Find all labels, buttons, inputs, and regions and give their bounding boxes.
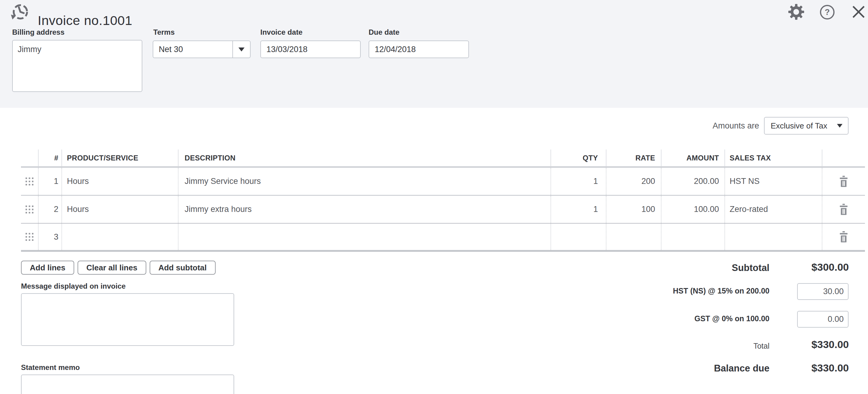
- table-row: 1 Hours Jimmy Service hours 1 200 200.00…: [21, 168, 865, 196]
- header-rate: RATE: [607, 149, 661, 166]
- message-on-invoice-field[interactable]: [21, 293, 234, 346]
- drag-handle-icon[interactable]: [26, 233, 33, 241]
- invoice-date-field[interactable]: [260, 40, 361, 58]
- tax-line-label: GST @ 0% on 100.00: [694, 314, 770, 323]
- invoice-topbar: Invoice no.1001: [0, 0, 868, 108]
- balance-due-value: $330.00: [811, 362, 849, 374]
- message-on-invoice-label: Message displayed on invoice: [21, 282, 126, 290]
- table-header-row: # PRODUCT/SERVICE DESCRIPTION QTY RATE A…: [21, 149, 865, 168]
- row-number: 1: [39, 168, 62, 195]
- tax-line-amount-field[interactable]: [797, 311, 848, 328]
- table-row: 2 Hours Jimmy extra hours 1 100 100.00 Z…: [21, 196, 865, 224]
- header-number: #: [39, 149, 62, 166]
- page-title: Invoice no.1001: [38, 11, 132, 30]
- sales-tax-cell[interactable]: HST NS: [725, 168, 823, 195]
- billing-address-label: Billing address: [12, 28, 64, 36]
- amount-cell[interactable]: 100.00: [661, 196, 725, 223]
- balance-due-label: Balance due: [714, 363, 770, 374]
- product-cell[interactable]: [62, 224, 179, 250]
- line-items-table: # PRODUCT/SERVICE DESCRIPTION QTY RATE A…: [21, 149, 865, 252]
- statement-memo-label: Statement memo: [21, 363, 80, 372]
- amounts-are-value: Exclusive of Tax: [765, 121, 837, 131]
- delete-row-button[interactable]: [839, 204, 848, 215]
- product-cell[interactable]: Hours: [62, 168, 179, 195]
- add-subtotal-button[interactable]: Add subtotal: [150, 261, 216, 275]
- delete-row-button[interactable]: [839, 176, 848, 187]
- qty-cell[interactable]: 1: [551, 196, 607, 223]
- header-amount: AMOUNT: [661, 149, 725, 166]
- qty-cell[interactable]: 1: [551, 168, 607, 195]
- header-delete-spacer: [823, 149, 865, 166]
- amounts-are-row: Amounts are Exclusive of Tax: [713, 117, 848, 135]
- rate-cell[interactable]: [607, 224, 661, 250]
- sales-tax-cell[interactable]: [725, 224, 823, 250]
- line-actions: Add lines Clear all lines Add subtotal: [21, 261, 216, 275]
- drag-handle-icon[interactable]: [26, 205, 33, 214]
- terms-value: Net 30: [153, 45, 232, 54]
- invoice-date-label: Invoice date: [260, 28, 303, 36]
- rate-cell[interactable]: 100: [607, 196, 661, 223]
- settings-gear-icon[interactable]: [788, 4, 804, 21]
- description-cell[interactable]: Jimmy Service hours: [179, 168, 551, 195]
- tax-line-amount-field[interactable]: [797, 283, 848, 300]
- total-label: Total: [753, 342, 770, 350]
- description-cell[interactable]: Jimmy extra hours: [179, 196, 551, 223]
- total-value: $330.00: [811, 339, 849, 350]
- amount-cell[interactable]: 200.00: [661, 168, 725, 195]
- due-date-label: Due date: [369, 28, 399, 36]
- statement-memo-field[interactable]: [21, 374, 234, 394]
- header-qty: QTY: [551, 149, 607, 166]
- terms-dropdown-button[interactable]: [232, 41, 250, 58]
- clear-all-lines-button[interactable]: Clear all lines: [78, 261, 146, 275]
- close-icon[interactable]: [851, 5, 866, 20]
- invoice-editor: Invoice no.1001: [0, 0, 868, 394]
- recent-transactions-icon[interactable]: [8, 4, 30, 23]
- subtotal-value: $300.00: [811, 261, 849, 273]
- header-sales-tax: SALES TAX: [725, 149, 823, 166]
- terms-label: Terms: [153, 28, 175, 36]
- header-product-service: PRODUCT/SERVICE: [62, 149, 179, 166]
- terms-select[interactable]: Net 30: [153, 40, 251, 58]
- table-row: 3: [21, 224, 865, 252]
- amounts-are-select[interactable]: Exclusive of Tax: [764, 117, 848, 135]
- row-number: 3: [39, 224, 62, 250]
- amount-cell[interactable]: [661, 224, 725, 250]
- chevron-down-icon: [837, 124, 842, 128]
- delete-row-button[interactable]: [839, 231, 848, 243]
- tax-line-label: HST (NS) @ 15% on 200.00: [673, 286, 770, 296]
- product-cell[interactable]: Hours: [62, 196, 179, 223]
- drag-handle-icon[interactable]: [26, 177, 33, 186]
- subtotal-label: Subtotal: [732, 262, 770, 274]
- sales-tax-cell[interactable]: Zero-rated: [725, 196, 823, 223]
- help-glyph: ?: [825, 8, 830, 17]
- description-cell[interactable]: [179, 224, 551, 250]
- amounts-are-label: Amounts are: [713, 121, 759, 131]
- chevron-down-icon: [239, 48, 245, 52]
- due-date-field[interactable]: [369, 40, 469, 58]
- header-handle-spacer: [21, 149, 39, 166]
- help-icon[interactable]: ?: [820, 5, 835, 20]
- billing-address-field[interactable]: Jimmy: [12, 40, 142, 92]
- qty-cell[interactable]: [551, 224, 607, 250]
- rate-cell[interactable]: 200: [607, 168, 661, 195]
- header-description: DESCRIPTION: [179, 149, 551, 166]
- row-number: 2: [39, 196, 62, 223]
- add-lines-button[interactable]: Add lines: [21, 261, 74, 275]
